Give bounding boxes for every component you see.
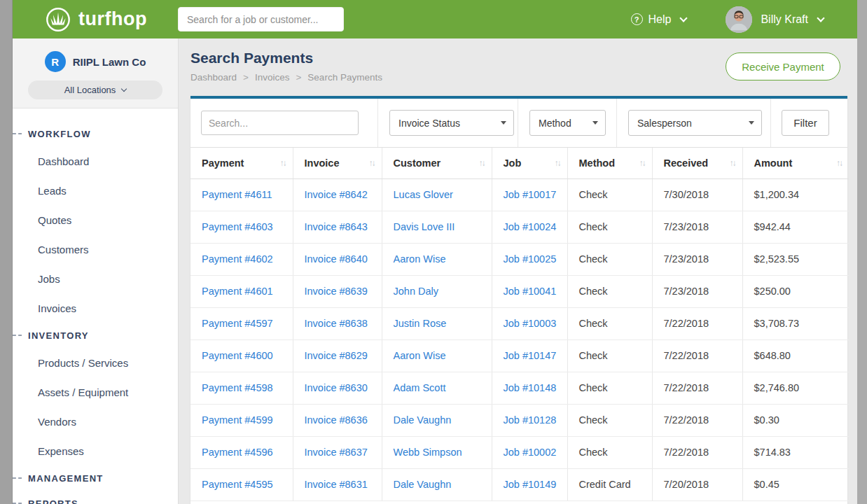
sort-icon[interactable]: ↑↓: [836, 158, 842, 168]
invoice-link[interactable]: Invoice #8640: [293, 243, 382, 275]
invoice-link[interactable]: Invoice #8631: [293, 468, 382, 500]
payment-link[interactable]: Payment #4601: [190, 275, 293, 307]
job-link[interactable]: Job #10025: [492, 243, 567, 275]
customer-link[interactable]: Adam Scott: [382, 372, 492, 404]
filter-button[interactable]: Filter: [782, 110, 829, 136]
job-link[interactable]: Job #10148: [492, 372, 567, 404]
breadcrumb-dashboard[interactable]: Dashboard: [190, 72, 237, 83]
sidebar-item-dashboard[interactable]: Dashboard: [13, 146, 178, 176]
sidebar-item-invoices[interactable]: Invoices: [13, 293, 178, 323]
payment-link[interactable]: Payment #4603: [190, 211, 293, 243]
invoice-link[interactable]: Invoice #8638: [293, 307, 382, 340]
payment-link[interactable]: Payment #4611: [190, 178, 293, 211]
user-menu[interactable]: Billy Kraft: [761, 13, 824, 26]
column-header-method[interactable]: Method↑↓: [567, 148, 652, 178]
customer-link[interactable]: Aaron Wise: [382, 340, 492, 372]
payment-link[interactable]: Payment #4598: [190, 372, 293, 404]
method-cell: Credit Card: [567, 468, 652, 500]
brand-logo[interactable]: turfhop: [45, 6, 147, 33]
invoice-link[interactable]: Invoice #8629: [293, 340, 382, 372]
company-logo: R: [45, 51, 66, 72]
breadcrumb-separator: >: [243, 72, 249, 83]
amount-cell: $714.83: [742, 436, 849, 468]
invoice-link[interactable]: Invoice #8630: [293, 372, 382, 404]
job-link[interactable]: Job #10003: [492, 307, 567, 340]
section-heading-management[interactable]: MANAGEMENT: [13, 465, 178, 491]
sidebar-item-products-services[interactable]: Products / Services: [13, 348, 178, 377]
method-cell: Check: [567, 275, 652, 307]
invoice-link[interactable]: Invoice #8642: [293, 178, 382, 211]
salesperson-value: Salesperson: [637, 118, 692, 129]
section-heading-reports[interactable]: REPORTS: [13, 491, 178, 504]
user-avatar[interactable]: [726, 6, 752, 33]
sidebar-item-vendors[interactable]: Vendors: [13, 407, 178, 436]
sidebar-nav: WORKFLOW Dashboard Leads Quotes Customer…: [13, 108, 178, 504]
column-header-invoice[interactable]: Invoice↑↓: [293, 148, 382, 178]
customer-link[interactable]: Justin Rose: [382, 307, 492, 340]
sidebar-item-expenses[interactable]: Expenses: [13, 436, 178, 465]
sort-icon[interactable]: ↑↓: [730, 158, 735, 168]
invoice-link[interactable]: Invoice #8636: [293, 404, 382, 436]
job-link[interactable]: Job #10128: [492, 404, 567, 436]
company-switcher[interactable]: R RIIPL Lawn Co: [45, 51, 146, 72]
payment-link[interactable]: Payment #4600: [190, 340, 293, 372]
sidebar-item-leads[interactable]: Leads: [13, 176, 178, 205]
sidebar-item-customers[interactable]: Customers: [13, 234, 178, 264]
job-link[interactable]: Job #10147: [492, 340, 567, 372]
breadcrumb-invoices[interactable]: Invoices: [255, 72, 290, 83]
left-scrollbar[interactable]: [0, 0, 13, 504]
customer-link[interactable]: Lucas Glover: [382, 178, 492, 211]
job-link[interactable]: Job #10017: [492, 178, 567, 211]
payment-link[interactable]: Payment #4599: [190, 404, 293, 436]
sort-icon[interactable]: ↑↓: [369, 158, 375, 168]
received-cell: 7/22/2018: [652, 340, 742, 372]
help-label: Help: [648, 13, 672, 26]
global-search-input[interactable]: [178, 7, 344, 31]
amount-cell: $2,523.55: [742, 243, 849, 275]
user-name: Billy Kraft: [761, 13, 808, 26]
salesperson-select[interactable]: Salesperson: [628, 110, 762, 136]
job-link[interactable]: Job #10041: [492, 275, 567, 307]
invoice-link[interactable]: Invoice #8643: [293, 211, 382, 243]
column-header-received[interactable]: Received↑↓: [652, 148, 742, 178]
job-link[interactable]: Job #10024: [492, 211, 567, 243]
payment-link[interactable]: Payment #4602: [190, 243, 293, 275]
sidebar-item-assets-equipment[interactable]: Assets / Equipment: [13, 377, 178, 407]
method-cell: Check: [567, 372, 652, 404]
sidebar-item-jobs[interactable]: Jobs: [13, 264, 178, 293]
customer-link[interactable]: Dale Vaughn: [382, 404, 492, 436]
sidebar-item-quotes[interactable]: Quotes: [13, 205, 178, 234]
method-select[interactable]: Method: [529, 110, 606, 136]
invoice-link[interactable]: Invoice #8637: [293, 436, 382, 468]
invoice-link[interactable]: Invoice #8639: [293, 275, 382, 307]
invoice-status-select[interactable]: Invoice Status: [389, 110, 514, 136]
help-menu[interactable]: ? Help: [631, 13, 687, 26]
customer-link[interactable]: Webb Simpson: [382, 436, 492, 468]
receive-payment-button[interactable]: Receive Payment: [726, 52, 840, 80]
section-heading-workflow[interactable]: WORKFLOW: [13, 121, 178, 146]
job-link[interactable]: Job #10149: [492, 468, 567, 500]
payment-link[interactable]: Payment #4595: [190, 468, 293, 500]
table-search-input[interactable]: [201, 111, 359, 135]
customer-link[interactable]: Dale Vaughn: [382, 468, 492, 500]
customer-link[interactable]: Aaron Wise: [382, 243, 492, 275]
column-header-payment[interactable]: Payment↑↓: [190, 148, 293, 178]
sort-icon[interactable]: ↑↓: [280, 158, 286, 168]
locations-dropdown[interactable]: All Locations: [28, 80, 162, 99]
customer-link[interactable]: John Daly: [382, 275, 492, 307]
sort-icon[interactable]: ↑↓: [479, 158, 485, 168]
column-header-customer[interactable]: Customer↑↓: [382, 148, 492, 178]
column-header-job[interactable]: Job↑↓: [492, 148, 567, 178]
right-scrollbar[interactable]: [857, 0, 867, 504]
job-link[interactable]: Job #10002: [492, 436, 567, 468]
received-cell: 7/23/2018: [652, 243, 742, 275]
payment-link[interactable]: Payment #4596: [190, 436, 293, 468]
section-heading-inventory[interactable]: INVENTORY: [13, 323, 178, 348]
table-row: Payment #4599 Invoice #8636 Dale Vaughn …: [190, 404, 849, 436]
sort-icon[interactable]: ↑↓: [555, 158, 560, 168]
customer-link[interactable]: Davis Love III: [382, 211, 492, 243]
payment-link[interactable]: Payment #4597: [190, 307, 293, 340]
table-row: Payment #4603 Invoice #8643 Davis Love I…: [190, 211, 849, 243]
sort-icon[interactable]: ↑↓: [639, 158, 645, 168]
column-header-amount[interactable]: Amount↑↓: [742, 148, 849, 178]
